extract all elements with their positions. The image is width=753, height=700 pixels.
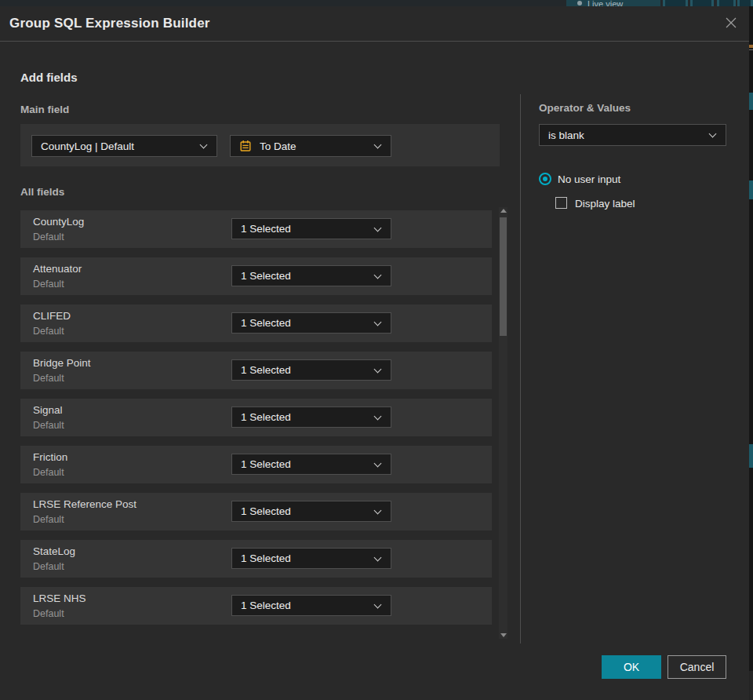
add-fields-heading: Add fields bbox=[20, 71, 78, 84]
chevron-down-icon bbox=[374, 366, 382, 374]
background-toolbar-button bbox=[663, 0, 688, 6]
field-value-select[interactable]: 1 Selected bbox=[231, 218, 391, 239]
field-row: CLIFED Default 1 Selected bbox=[20, 304, 492, 342]
background-fragment bbox=[749, 49, 753, 50]
scroll-down-arrow-icon[interactable] bbox=[500, 633, 507, 637]
cancel-button[interactable]: Cancel bbox=[668, 655, 726, 679]
live-view-label: Live view bbox=[587, 0, 623, 6]
field-name: Friction bbox=[33, 451, 67, 463]
field-subtitle: Default bbox=[33, 608, 64, 619]
all-fields-scrollbar[interactable] bbox=[499, 207, 507, 639]
field-value-select[interactable]: 1 Selected bbox=[231, 407, 391, 428]
chevron-down-icon bbox=[374, 555, 382, 563]
chevron-down-icon bbox=[200, 142, 208, 150]
background-fragment bbox=[749, 93, 753, 110]
field-subtitle: Default bbox=[33, 373, 64, 384]
operator-values-label: Operator & Values bbox=[539, 102, 631, 114]
chevron-down-icon bbox=[709, 131, 717, 139]
chevron-down-icon bbox=[374, 602, 382, 610]
field-name: Signal bbox=[33, 404, 63, 416]
main-field-select-value: CountyLog | Default bbox=[41, 140, 200, 152]
background-fragment bbox=[749, 45, 753, 48]
field-subtitle: Default bbox=[33, 514, 64, 525]
field-value-select[interactable]: 1 Selected bbox=[231, 312, 391, 334]
field-value-select[interactable]: 1 Selected bbox=[231, 548, 391, 569]
field-name: Attenuator bbox=[33, 263, 82, 275]
main-field-select[interactable]: CountyLog | Default bbox=[31, 135, 217, 157]
live-view-dot-icon bbox=[577, 1, 582, 5]
dialog-title: Group SQL Expression Builder bbox=[9, 16, 210, 31]
date-field-select[interactable]: To Date bbox=[230, 135, 391, 157]
field-row: Attenuator Default 1 Selected bbox=[20, 257, 492, 295]
radio-label: No user input bbox=[558, 173, 620, 185]
field-value-select[interactable]: 1 Selected bbox=[231, 265, 391, 286]
close-button[interactable] bbox=[722, 14, 740, 33]
field-value-select[interactable]: 1 Selected bbox=[231, 501, 391, 522]
background-fragment bbox=[749, 444, 753, 468]
field-name: LRSE NHS bbox=[33, 592, 86, 604]
field-value-select[interactable]: 1 Selected bbox=[231, 595, 391, 616]
field-row: LRSE NHS Default 1 Selected bbox=[20, 587, 492, 625]
chevron-down-icon bbox=[374, 319, 382, 327]
field-row: CountyLog Default 1 Selected bbox=[20, 210, 492, 248]
chevron-down-icon bbox=[374, 272, 382, 280]
field-name: CountyLog bbox=[33, 216, 84, 228]
main-field-panel: CountyLog | Default To Date bbox=[20, 124, 500, 166]
close-icon bbox=[722, 14, 740, 31]
field-row: Friction Default 1 Selected bbox=[20, 446, 492, 483]
calendar-icon bbox=[239, 140, 252, 152]
background-toolbar-button bbox=[717, 0, 736, 6]
field-subtitle: Default bbox=[33, 232, 64, 242]
scrollbar-thumb[interactable] bbox=[500, 217, 507, 336]
chevron-down-icon bbox=[374, 414, 382, 421]
background-fragment bbox=[749, 671, 753, 700]
title-divider bbox=[0, 41, 749, 42]
field-subtitle: Default bbox=[33, 279, 64, 290]
operator-select-value: is blank bbox=[548, 129, 709, 141]
date-field-select-value: To Date bbox=[260, 140, 374, 152]
background-toolbar-button bbox=[737, 0, 753, 6]
checkbox-label: Display label bbox=[575, 198, 635, 210]
all-fields-label: All fields bbox=[20, 186, 64, 198]
chevron-down-icon bbox=[374, 461, 382, 468]
operator-select[interactable]: is blank bbox=[539, 124, 726, 146]
field-name: LRSE Reference Post bbox=[33, 498, 136, 510]
field-subtitle: Default bbox=[33, 561, 64, 572]
scroll-up-arrow-icon[interactable] bbox=[500, 209, 507, 213]
field-value-select[interactable]: 1 Selected bbox=[231, 359, 391, 381]
checkbox-unchecked-icon bbox=[555, 197, 567, 209]
field-subtitle: Default bbox=[33, 420, 64, 431]
chevron-down-icon bbox=[374, 508, 382, 516]
main-field-label: Main field bbox=[20, 104, 69, 115]
chevron-down-icon bbox=[374, 225, 382, 233]
field-row: Bridge Point Default 1 Selected bbox=[20, 352, 492, 389]
panel-divider bbox=[520, 94, 521, 643]
live-view-button: Live view bbox=[566, 0, 660, 6]
field-subtitle: Default bbox=[33, 467, 64, 478]
field-subtitle: Default bbox=[33, 326, 64, 337]
background-toolbar-button bbox=[690, 0, 714, 6]
field-name: Bridge Point bbox=[33, 357, 91, 369]
field-row: Signal Default 1 Selected bbox=[20, 399, 492, 436]
field-value-select[interactable]: 1 Selected bbox=[231, 454, 391, 475]
chevron-down-icon bbox=[374, 142, 382, 150]
field-name: CLIFED bbox=[33, 310, 71, 322]
radio-selected-icon bbox=[539, 173, 551, 185]
all-fields-list: CountyLog Default 1 Selected Attenuator … bbox=[20, 210, 492, 634]
group-sql-expression-builder-dialog: Group SQL Expression Builder Add fields … bbox=[0, 6, 749, 700]
background-app-edge bbox=[749, 6, 753, 700]
field-row: LRSE Reference Post Default 1 Selected bbox=[20, 493, 492, 530]
field-name: StateLog bbox=[33, 545, 75, 557]
field-row: StateLog Default 1 Selected bbox=[20, 540, 492, 578]
background-toolbar: Live view bbox=[0, 0, 753, 6]
background-fragment bbox=[749, 180, 753, 199]
screen: Live view Group SQL Expression Builder A… bbox=[0, 0, 753, 700]
ok-button[interactable]: OK bbox=[602, 655, 661, 679]
